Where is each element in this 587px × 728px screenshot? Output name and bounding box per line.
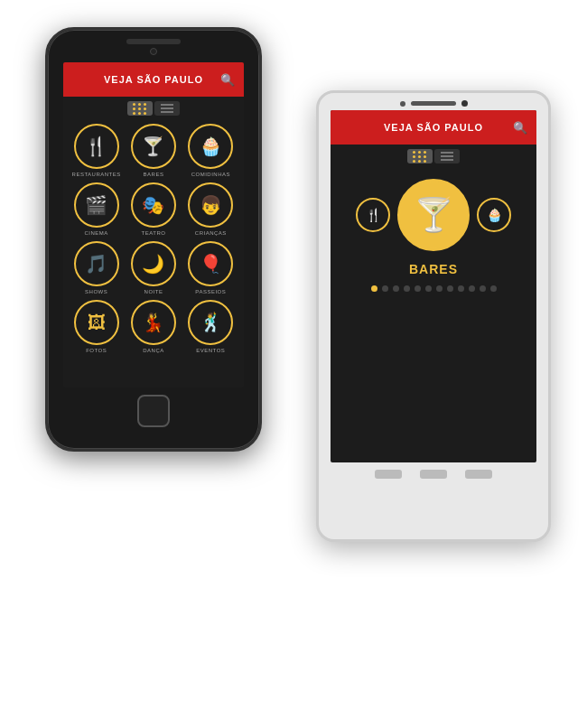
android-next-icon[interactable]: 🧁: [477, 198, 511, 232]
android-grid-toggle[interactable]: [407, 149, 433, 163]
android-dots-indicator: [331, 282, 536, 295]
android-single-view: 🍴 🍸 🧁: [331, 168, 536, 257]
dot-3[interactable]: [393, 285, 399, 292]
cinema-label: CINEMA: [84, 230, 107, 236]
dot-1[interactable]: [371, 285, 377, 292]
android-toggle-row: [331, 145, 536, 168]
iphone-category-grid: 🍴 RESTAURANTES 🍸 BARES 🧁 COMIDINHAS 🎬 CI…: [63, 120, 244, 357]
teatro-icon: 🎭: [131, 182, 176, 228]
android-selected-icon[interactable]: 🍸: [397, 179, 470, 251]
iphone-screen: VEJA SÃO PAULO 🔍: [63, 62, 244, 387]
restaurantes-label: RESTAURANTES: [72, 172, 121, 177]
dot-5[interactable]: [415, 285, 421, 292]
android-nav-buttons: [375, 470, 492, 479]
android-app-title: VEJA SÃO PAULO: [384, 122, 483, 133]
iphone-toggle-row: [63, 97, 244, 120]
android-speaker: [411, 101, 456, 106]
cinema-icon: 🎬: [74, 182, 119, 228]
dot-12[interactable]: [490, 285, 497, 292]
shows-label: SHOWS: [85, 289, 107, 294]
criancas-icon: 👦: [188, 182, 233, 228]
android-search-icon[interactable]: 🔍: [513, 121, 527, 135]
list-item[interactable]: 🍴 RESTAURANTES: [70, 124, 122, 177]
android-back-button[interactable]: [375, 470, 402, 479]
fotos-icon: 🖼: [74, 300, 119, 345]
bares-icon: 🍸: [131, 124, 176, 169]
android-menu-button[interactable]: [465, 470, 492, 479]
list-item[interactable]: 🌙 NOITE: [127, 241, 179, 294]
android-app-header: VEJA SÃO PAULO 🔍: [331, 110, 536, 145]
fotos-label: FOTOS: [86, 348, 107, 353]
passeios-icon: 🎈: [188, 241, 233, 286]
eventos-icon: 🕺: [188, 300, 233, 345]
shows-icon: 🎵: [74, 241, 119, 286]
dot-8[interactable]: [447, 285, 453, 292]
list-item[interactable]: 🧁 COMIDINHAS: [185, 124, 237, 177]
dot-2[interactable]: [382, 285, 388, 292]
iphone-search-icon[interactable]: 🔍: [220, 73, 235, 87]
iphone-camera: [150, 48, 157, 55]
iphone-device: VEJA SÃO PAULO 🔍: [45, 27, 262, 452]
android-camera: [461, 100, 468, 107]
android-device: VEJA SÃO PAULO 🔍: [316, 90, 551, 542]
list-item[interactable]: 🎵 SHOWS: [70, 241, 122, 294]
list-item[interactable]: 🍸 BARES: [127, 124, 179, 177]
noite-icon: 🌙: [131, 241, 176, 286]
list-item[interactable]: 🕺 EVENTOS: [185, 300, 237, 353]
bares-label: BARES: [144, 172, 164, 177]
android-top-bar: [319, 93, 548, 110]
iphone-speaker: [126, 39, 181, 44]
danca-icon: 💃: [131, 300, 176, 345]
danca-label: DANÇA: [143, 348, 164, 353]
dot-10[interactable]: [469, 285, 475, 292]
list-item[interactable]: 🎭 TEATRO: [127, 182, 179, 236]
iphone-app-header: VEJA SÃO PAULO 🔍: [63, 62, 244, 97]
android-prev-icon[interactable]: 🍴: [356, 198, 390, 232]
iphone-app-title: VEJA SÃO PAULO: [104, 74, 203, 85]
iphone-grid-toggle[interactable]: [127, 101, 153, 116]
passeios-label: PASSEIOS: [195, 289, 226, 294]
iphone-home-button[interactable]: [137, 395, 170, 427]
android-selected-label: BARES: [331, 257, 536, 282]
comidinhas-label: COMIDINHAS: [191, 172, 230, 177]
android-list-toggle[interactable]: [434, 149, 460, 163]
iphone-list-toggle[interactable]: [154, 101, 180, 116]
teatro-label: TEATRO: [142, 230, 166, 236]
comidinhas-icon: 🧁: [188, 124, 233, 169]
noite-label: NOITE: [144, 289, 163, 294]
restaurantes-icon: 🍴: [74, 124, 119, 169]
scene: VEJA SÃO PAULO 🔍: [0, 0, 587, 728]
android-screen: VEJA SÃO PAULO 🔍: [331, 110, 536, 462]
eventos-label: EVENTOS: [196, 348, 225, 353]
list-item[interactable]: 🎬 CINEMA: [70, 182, 122, 236]
dot-7[interactable]: [436, 285, 443, 292]
android-dot: [400, 101, 405, 107]
dot-11[interactable]: [480, 285, 486, 292]
list-item[interactable]: 💃 DANÇA: [127, 300, 179, 353]
dot-9[interactable]: [458, 285, 464, 292]
list-item[interactable]: 👦 CRIANÇAS: [185, 182, 237, 236]
android-app-content: VEJA SÃO PAULO 🔍: [331, 110, 536, 462]
list-item[interactable]: 🖼 FOTOS: [70, 300, 122, 353]
list-item[interactable]: 🎈 PASSEIOS: [185, 241, 237, 294]
criancas-label: CRIANÇAS: [195, 230, 227, 236]
dot-4[interactable]: [404, 285, 410, 292]
dot-6[interactable]: [425, 285, 432, 292]
android-home-button[interactable]: [420, 470, 447, 479]
